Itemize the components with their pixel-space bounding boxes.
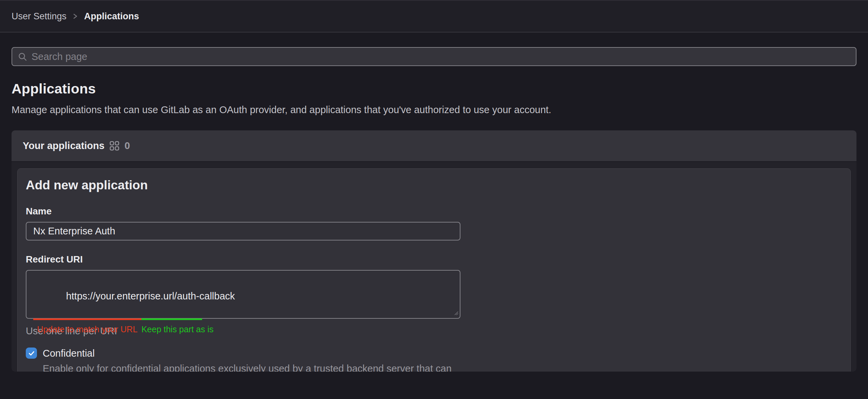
red-underline: https://your.enterprise.url <box>33 318 141 320</box>
search-input[interactable] <box>32 51 850 62</box>
confidential-label[interactable]: Confidential <box>43 348 95 359</box>
green-underline: /auth-callback <box>141 318 202 320</box>
name-label: Name <box>26 206 842 217</box>
breadcrumb-applications[interactable]: Applications <box>84 11 139 22</box>
applications-grid-icon <box>109 141 120 151</box>
main-content: Applications Manage applications that ca… <box>0 47 868 372</box>
confidential-help-text: Enable only for confidential application… <box>43 362 467 372</box>
breadcrumb: User Settings Applications <box>12 11 139 22</box>
applications-panel: Your applications 0 Add new application … <box>12 130 856 372</box>
breadcrumb-user-settings[interactable]: User Settings <box>12 11 66 22</box>
name-input[interactable] <box>26 222 460 240</box>
applications-panel-header: Your applications 0 <box>12 130 856 162</box>
textarea-resize-handle[interactable] <box>453 310 459 317</box>
panel-title: Your applications <box>23 140 104 151</box>
annotation-labels: https://your.enterprise.url Update to ma… <box>33 324 453 334</box>
redirect-uri-value: https://your.enterprise.url/auth-callbac… <box>33 275 453 317</box>
search-bar[interactable] <box>12 47 856 66</box>
redirect-uri-label: Redirect URI <box>26 254 842 265</box>
breadcrumb-bar: User Settings Applications <box>0 0 868 33</box>
checkmark-icon <box>28 350 35 357</box>
add-application-card: Add new application Name Redirect URI ht… <box>17 168 851 372</box>
green-annotation-label: Keep this part as is <box>141 324 214 334</box>
page-description: Manage applications that can use GitLab … <box>12 104 856 115</box>
redirect-uri-textarea[interactable]: https://your.enterprise.url/auth-callbac… <box>26 270 460 319</box>
applications-count-badge: 0 <box>124 140 130 151</box>
chevron-right-icon <box>73 12 78 20</box>
annotation-underlines: https://your.enterprise.url /auth-callba… <box>33 318 453 320</box>
red-annotation-label: Update to match your URL <box>37 324 138 334</box>
search-icon <box>18 52 27 62</box>
confidential-row: Confidential <box>26 348 842 359</box>
card-title: Add new application <box>26 178 842 192</box>
applications-panel-body: Add new application Name Redirect URI ht… <box>12 162 856 372</box>
page-title: Applications <box>12 81 856 97</box>
confidential-checkbox[interactable] <box>26 348 37 359</box>
